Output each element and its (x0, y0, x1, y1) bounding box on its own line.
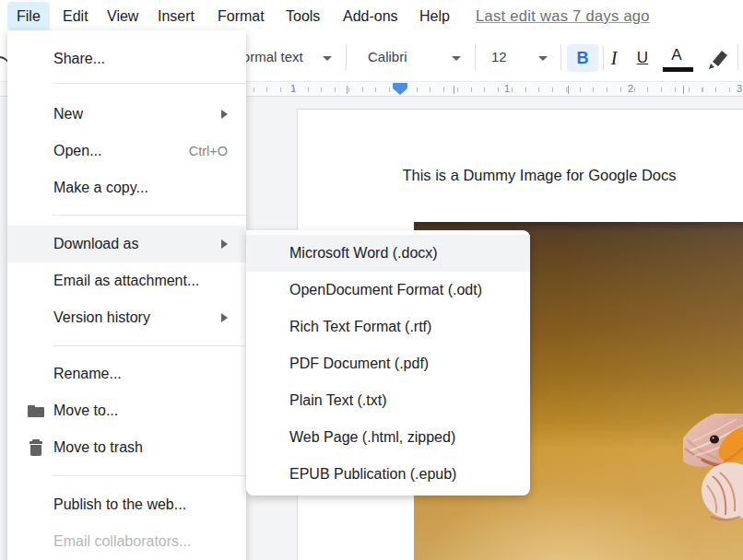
file-menu-item-download-as[interactable]: Download as (7, 226, 246, 262)
submenu-item-rtf[interactable]: Rich Text Format (.rtf) (246, 309, 530, 345)
submenu-item-docx[interactable]: Microsoft Word (.docx) (246, 235, 530, 272)
file-menu: Share... New Open... Ctrl+O Make a copy.… (7, 30, 246, 560)
ruler-label-1-left: 1 (290, 83, 296, 94)
document-body-text: This is a Dummy Image for Google Docs (290, 167, 743, 184)
folder-icon (28, 402, 44, 419)
indent-marker[interactable] (393, 83, 407, 96)
file-menu-item-version-history[interactable]: Version history (7, 299, 246, 336)
ruler-label-3: 3 (737, 83, 742, 94)
ruler-label-2: 2 (628, 83, 633, 94)
submenu-item-odt[interactable]: OpenDocument Format (.odt) (246, 272, 530, 309)
file-menu-item-publish-to-web[interactable]: Publish to the web... (7, 486, 246, 523)
trash-icon (28, 439, 44, 456)
menu-insert[interactable]: Insert (148, 2, 204, 30)
submenu-arrow-icon (221, 110, 228, 119)
download-as-submenu: Microsoft Word (.docx) OpenDocument Form… (246, 230, 530, 496)
last-edit-link[interactable]: Last edit was 7 days ago (476, 7, 650, 25)
menu-tools[interactable]: Tools (277, 2, 329, 30)
menu-edit[interactable]: Edit (53, 2, 98, 30)
submenu-arrow-icon (221, 313, 228, 322)
menu-file[interactable]: File (7, 2, 50, 30)
file-menu-item-email-as-attachment[interactable]: Email as attachment... (7, 262, 246, 299)
styles-dropdown-arrow-icon[interactable] (323, 56, 332, 61)
submenu-item-epub[interactable]: EPUB Publication (.epub) (246, 456, 530, 493)
font-dropdown-arrow-icon[interactable] (452, 56, 461, 61)
paint-format-icon[interactable] (705, 46, 731, 70)
ruler-ticks (240, 88, 743, 92)
submenu-item-txt[interactable]: Plain Text (.txt) (246, 382, 530, 419)
submenu-arrow-icon (221, 239, 228, 249)
file-menu-item-move-to[interactable]: Move to... (7, 392, 246, 429)
file-menu-item-new[interactable]: New (7, 96, 246, 133)
font-size-dropdown-arrow-icon[interactable] (538, 56, 548, 61)
text-color-bar (663, 67, 693, 72)
submenu-item-pdf[interactable]: PDF Document (.pdf) (246, 345, 530, 382)
font-dropdown[interactable]: Calibri (368, 49, 407, 64)
menu-bar: File Edit View Insert Format Tools Add-o… (0, 0, 743, 33)
file-menu-item-open[interactable]: Open... Ctrl+O (7, 133, 246, 169)
italic-button[interactable]: I (602, 46, 626, 70)
ruler-label-1: 1 (504, 83, 510, 94)
bold-button[interactable]: B (567, 44, 598, 72)
butterfly-image (683, 414, 743, 524)
menu-addons[interactable]: Add-ons (334, 2, 407, 30)
underline-button[interactable]: U (631, 46, 655, 70)
file-menu-item-email-collaborators[interactable]: Email collaborators... (7, 523, 246, 560)
menu-view[interactable]: View (98, 2, 147, 30)
submenu-item-html[interactable]: Web Page (.html, zipped) (246, 419, 530, 456)
menu-help[interactable]: Help (410, 2, 459, 30)
file-menu-item-rename[interactable]: Rename... (7, 356, 246, 392)
file-menu-item-share[interactable]: Share... (7, 41, 246, 77)
font-size-dropdown[interactable]: 12 (491, 49, 507, 64)
file-menu-item-move-to-trash[interactable]: Move to trash (7, 429, 246, 466)
file-menu-item-make-a-copy[interactable]: Make a copy... (7, 169, 246, 206)
menu-format[interactable]: Format (208, 2, 274, 30)
